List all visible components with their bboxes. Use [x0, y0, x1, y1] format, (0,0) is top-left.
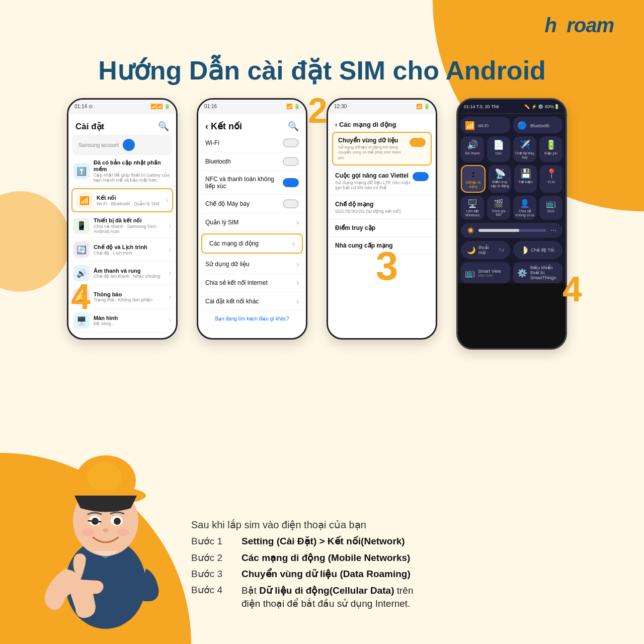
svg-point-13	[117, 528, 129, 536]
mn-apn[interactable]: Điểm truy cập	[328, 219, 436, 237]
mn-viettel[interactable]: Cuộc gọi nâng cao Viettel Sử dụng mạng d…	[328, 167, 436, 196]
brightness-row: ☀️ ⋯	[461, 223, 562, 238]
phone-1-title: Cài đặt	[75, 121, 104, 132]
conn-mobile[interactable]: Các mạng di động ›	[202, 234, 302, 253]
conn-data-usage[interactable]: Sử dụng dữ liệu ›	[198, 255, 306, 274]
arrow-icon-5: ›	[169, 293, 171, 300]
phone-2-wrapper: 01:16 📶 🔋 ‹ Kết nối 🔍 Wi-Fi Bluetooth	[197, 98, 317, 340]
qs-airplane-btn[interactable]: ✈️ Chế độ Máy bay	[513, 136, 536, 162]
brightness-icon: ☀️	[467, 227, 474, 234]
phone-1-wrapper: 01:14 ⊙ 📶📶 🔋 Cài đặt 🔍 Samsung account 👤…	[67, 98, 188, 340]
chevron-icon-sim: ›	[296, 218, 299, 227]
mn-network-mode[interactable]: Chế độ mạng 5G/LTE/3G/2G (tự động kết nố…	[328, 196, 436, 219]
qs-data-btn[interactable]: ↕️ Dữ liệu di động	[461, 165, 486, 193]
settings-devices[interactable]: 📱 Thiết bị đã kết nối Chia sẻ nhanh · Sa…	[68, 214, 176, 238]
conn-bluetooth[interactable]: Bluetooth	[198, 152, 306, 171]
chevron-icon-hotspot: ›	[296, 278, 299, 287]
qs-smartthings-btn[interactable]: ⚙️ Điều khiển thiết bị SmartThings	[513, 262, 562, 283]
phone-3-wrapper: 12:30 📶 🔋 ‹ Các mạng di động Chuyển vùng…	[327, 98, 447, 340]
record-qs-label: Trình ghi MH	[489, 209, 508, 216]
mode-icon: 🔄	[73, 242, 90, 258]
qs-hotspot-btn[interactable]: 📡 Điểm truy cập di động	[489, 165, 511, 193]
conn-mobile-highlighted[interactable]: Các mạng di động ›	[201, 233, 303, 254]
qs-location-btn[interactable]: 📍 Vị trí	[540, 165, 562, 193]
airplane-qs-icon: ✈️	[519, 139, 530, 150]
search-icon-ph1[interactable]: 🔍	[158, 121, 169, 132]
location-qs-label: Vị trí	[547, 180, 555, 184]
hotspot-qs-label: Điểm truy cập di động	[491, 180, 509, 188]
qs-save-btn[interactable]: 💾 Tiết kiệm	[514, 165, 537, 193]
qs-doc-btn[interactable]: 📄 Doc	[487, 136, 510, 162]
phone-2-content: ‹ Kết nối 🔍 Wi-Fi Bluetooth NFC và thanh…	[198, 114, 306, 338]
doc-qs-label: Doc	[496, 151, 502, 155]
smartthings-label: Điều khiển thiết bị SmartThings	[530, 265, 558, 280]
record-qs-icon: 🎬	[494, 199, 504, 208]
qs-share-btn[interactable]: 👤 Chia sẻ Không có ai	[513, 196, 536, 220]
brightness-more-icon: ⋯	[550, 227, 556, 234]
phone-2-status-bar: 01:16 📶 🔋	[198, 100, 306, 114]
qs-sound-btn[interactable]: 🔊 Âm thanh	[461, 136, 484, 162]
back-icon-ph2[interactable]: ‹ Kết nối	[205, 121, 242, 132]
arrow-icon-6: ›	[169, 317, 171, 324]
arrow-icon-2: ›	[169, 222, 171, 229]
settings-ketnoirow[interactable]: 📶 Kết nối Wi-Fi · Bluetooth · Quản lý SI…	[71, 188, 173, 212]
conn-other[interactable]: Cài đặt kết nối khác ›	[198, 292, 306, 311]
windows-qs-label: Liên kết Windows	[463, 209, 482, 217]
battery-qs-icon: 🔋	[545, 139, 556, 150]
phone-3: 12:30 📶 🔋 ‹ Các mạng di động Chuyển vùng…	[327, 98, 437, 340]
instruction-intro: Sau khi lắp sim vào điện thoại của bạn	[191, 519, 614, 531]
sound-qs-icon: 🔊	[467, 139, 478, 150]
instructions-section: Sau khi lắp sim vào điện thoại của bạn B…	[191, 519, 614, 614]
instruction-step-3: Bước 3 Chuyển vùng dữ liệu (Data Roaming…	[191, 568, 614, 581]
qs-container: 📶 Wi-Fi 🔵 Bluetooth 🔊 Âm thanh �	[458, 114, 566, 283]
qs-record-btn[interactable]: 🎬 Trình ghi MH	[487, 196, 510, 220]
settings-mode[interactable]: 🔄 Chế độ và Lịch trình Chế độ · Lịch trì…	[68, 238, 176, 262]
bluetooth-toggle[interactable]	[283, 157, 299, 166]
bt-qs-label: Bluetooth	[530, 123, 549, 128]
arrow-icon-4: ›	[169, 270, 171, 277]
qs-bottom-row: 🌙 thoải mái Tự 🌓 Chế độ Tối	[461, 241, 562, 259]
mode-qs-icon: 🌙	[467, 246, 475, 254]
qs-dex-btn[interactable]: 📺 DeX	[539, 196, 562, 220]
svg-point-5	[87, 463, 122, 491]
search-hint[interactable]: Bạn đang tìm kiếm điều gì khác?	[198, 311, 306, 327]
phone-3-content: ‹ Các mạng di động Chuyển vùng dữ liệu S…	[328, 114, 436, 338]
nfc-toggle[interactable]	[283, 178, 299, 187]
search-icon-ph2[interactable]: 🔍	[288, 121, 299, 132]
brightness-slider[interactable]	[478, 229, 546, 232]
data-qs-label: Dữ liệu di động	[464, 181, 482, 189]
qs-smartview-btn[interactable]: 📺 Smart View Màn hình	[461, 262, 510, 283]
conn-airplane[interactable]: Chế độ Máy bay	[198, 195, 306, 213]
qs-mode-btn[interactable]: 🌙 thoải mái Tự	[461, 241, 510, 259]
phone-3-header: ‹ Các mạng di động	[328, 118, 436, 130]
qs-bt-btn[interactable]: 🔵 Bluetooth	[513, 117, 562, 133]
conn-wifi[interactable]: Wi-Fi	[198, 134, 306, 152]
hotspot-qs-icon: 📡	[495, 168, 506, 179]
conn-hotspot[interactable]: Chia sẻ kết nối internet ›	[198, 274, 306, 292]
bt-qs-icon: 🔵	[517, 121, 527, 130]
back-icon-ph3[interactable]: ‹ Các mạng di động	[335, 121, 396, 128]
phone-4: 01:14 T.5, 20 Th6 ✏️ ⚡ ⚙️ 60%🔋 📶 Wi-Fi 🔵…	[456, 98, 567, 350]
conn-sim[interactable]: Quản lý SIM ›	[198, 213, 306, 232]
step-number-1: 4	[71, 279, 91, 314]
settings-update[interactable]: ⬆️ Đã có bản cập nhật phần mềm Cập nhật …	[68, 156, 176, 187]
airplane-toggle[interactable]	[283, 199, 299, 208]
phones-container: 01:14 ⊙ 📶📶 🔋 Cài đặt 🔍 Samsung account 👤…	[25, 98, 619, 380]
doc-qs-icon: 📄	[493, 139, 504, 150]
viettel-toggle[interactable]	[413, 172, 429, 181]
svg-point-9	[114, 518, 121, 525]
qs-automode-btn[interactable]: 🌓 Chế độ Tối	[513, 241, 562, 259]
automode-icon: 🌓	[519, 246, 528, 254]
qs-battery-btn[interactable]: 🔋 Điện pin	[539, 136, 562, 162]
devices-icon: 📱	[73, 218, 90, 234]
svg-point-12	[82, 528, 94, 536]
roaming-toggle[interactable]	[410, 138, 426, 147]
conn-nfc[interactable]: NFC và thanh toán không tiếp xúc	[198, 171, 306, 195]
character-illustration	[30, 423, 181, 634]
smartview-icon: 📺	[465, 268, 475, 278]
qs-row-3: ↕️ Dữ liệu di động 📡 Điểm truy cập di độ…	[461, 165, 562, 193]
phone-2-header: ‹ Kết nối 🔍	[198, 118, 306, 134]
qs-windows-btn[interactable]: 🖥️ Liên kết Windows	[461, 196, 484, 220]
wifi-toggle[interactable]	[283, 138, 299, 147]
qs-wifi-btn[interactable]: 📶 Wi-Fi	[461, 117, 510, 133]
